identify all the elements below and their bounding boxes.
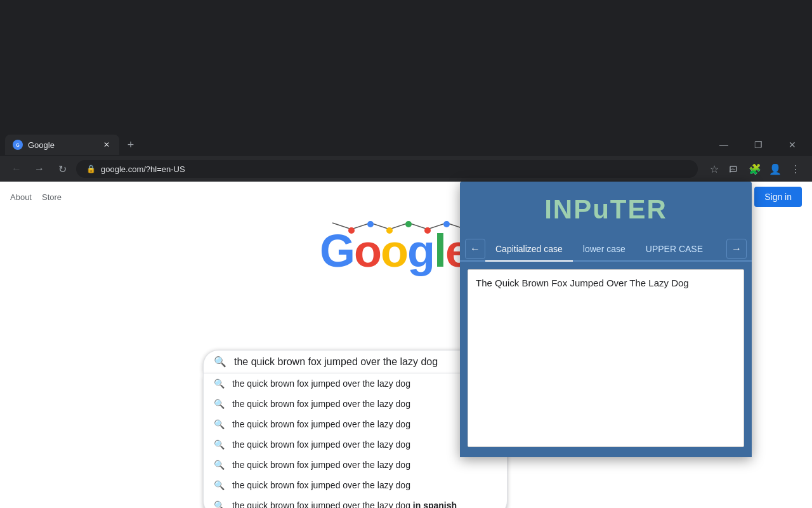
lock-icon: 🔒 bbox=[86, 164, 96, 173]
suggestion-text: the quick brown fox jumped over the lazy… bbox=[232, 378, 497, 389]
suggestion-search-icon: 🔍 bbox=[214, 500, 225, 508]
next-tab-button[interactable]: → bbox=[726, 239, 747, 259]
svg-point-8 bbox=[424, 227, 431, 234]
extension-content bbox=[460, 262, 752, 457]
svg-point-5 bbox=[367, 221, 374, 227]
suggestion-text: the quick brown fox jumped over the lazy… bbox=[232, 480, 497, 490]
svg-point-6 bbox=[386, 227, 393, 234]
refresh-button[interactable]: ↻ bbox=[53, 160, 71, 178]
forward-button[interactable]: → bbox=[30, 160, 48, 178]
tab-title: Google bbox=[28, 140, 96, 150]
sign-in-button[interactable]: Sign in bbox=[754, 187, 802, 207]
suggestion-search-icon: 🔍 bbox=[214, 399, 225, 409]
extension-header: INPuTER bbox=[460, 182, 752, 237]
tab-favicon: G bbox=[13, 140, 23, 150]
svg-point-9 bbox=[443, 221, 450, 227]
new-tab-button[interactable]: + bbox=[122, 136, 140, 154]
suggestion-search-icon: 🔍 bbox=[214, 419, 225, 429]
address-bar: ← → ↻ 🔒 google.com/?hl=en-US ☆ 🧩 👤 ⋮ bbox=[0, 156, 812, 182]
svg-point-7 bbox=[405, 221, 412, 227]
menu-icon[interactable]: ⋮ bbox=[787, 160, 804, 178]
tab-upper-case[interactable]: UPPER CASE bbox=[636, 237, 713, 262]
extension-tabs: ← Capitialized case lower case UPPER CAS… bbox=[460, 237, 752, 262]
tab-lower-case[interactable]: lower case bbox=[573, 237, 636, 262]
suggestion-item[interactable]: 🔍 the quick brown fox jumped over the la… bbox=[204, 495, 507, 508]
star-icon[interactable]: ☆ bbox=[705, 160, 723, 178]
search-text: the quick brown fox jumped over the lazy… bbox=[234, 356, 497, 368]
profile-icon[interactable]: 👤 bbox=[766, 160, 784, 178]
back-button[interactable]: ← bbox=[8, 160, 25, 178]
suggestion-item[interactable]: 🔍 the quick brown fox jumped over the la… bbox=[204, 475, 507, 495]
window-controls: — ❐ ✕ bbox=[709, 135, 807, 155]
suggestion-search-icon: 🔍 bbox=[214, 480, 225, 490]
minimize-button[interactable]: — bbox=[709, 135, 738, 155]
suggestion-text: the quick brown fox jumped over the lazy… bbox=[232, 439, 497, 450]
suggestion-item[interactable]: 🔍 the quick brown fox jumped over the la… bbox=[204, 455, 507, 475]
cast-icon[interactable] bbox=[726, 160, 743, 178]
suggestion-search-icon: 🔍 bbox=[214, 460, 225, 470]
store-link[interactable]: Store bbox=[42, 192, 62, 202]
extension-popup: INPuTER ← Capitialized case lower case U… bbox=[460, 182, 752, 457]
tab-capitalized-case[interactable]: Capitialized case bbox=[485, 237, 573, 262]
extension-title: INPuTER bbox=[473, 194, 739, 225]
search-icon: 🔍 bbox=[214, 356, 226, 368]
extensions-icon[interactable]: 🧩 bbox=[746, 160, 764, 178]
toolbar-icons: ☆ 🧩 👤 ⋮ bbox=[705, 160, 804, 178]
suggestion-text: the quick brown fox jumped over the lazy… bbox=[232, 419, 497, 429]
about-link[interactable]: About bbox=[10, 192, 32, 202]
svg-point-4 bbox=[348, 227, 355, 234]
suggestion-text: the quick brown fox jumped over the lazy… bbox=[232, 399, 497, 409]
url-bar[interactable]: 🔒 google.com/?hl=en-US bbox=[76, 160, 698, 178]
svg-text:G: G bbox=[16, 143, 20, 147]
close-button[interactable]: ✕ bbox=[778, 135, 807, 155]
suggestion-text: the quick brown fox jumped over the lazy… bbox=[232, 460, 497, 470]
suggestion-search-icon: 🔍 bbox=[214, 439, 225, 450]
header-links: About Store bbox=[10, 192, 62, 202]
suggestion-search-icon: 🔍 bbox=[214, 378, 225, 389]
svg-point-3 bbox=[730, 171, 731, 173]
maximize-button[interactable]: ❐ bbox=[743, 135, 773, 155]
prev-tab-button[interactable]: ← bbox=[465, 239, 485, 259]
tab-bar: G Google ✕ + — ❐ ✕ bbox=[0, 133, 812, 156]
text-transform-textarea[interactable] bbox=[468, 269, 744, 447]
tab-close-button[interactable]: ✕ bbox=[102, 140, 112, 150]
google-tab[interactable]: G Google ✕ bbox=[5, 135, 119, 155]
suggestion-text-bold: the quick brown fox jumped over the lazy… bbox=[232, 500, 497, 508]
url-text: google.com/?hl=en-US bbox=[101, 164, 185, 174]
